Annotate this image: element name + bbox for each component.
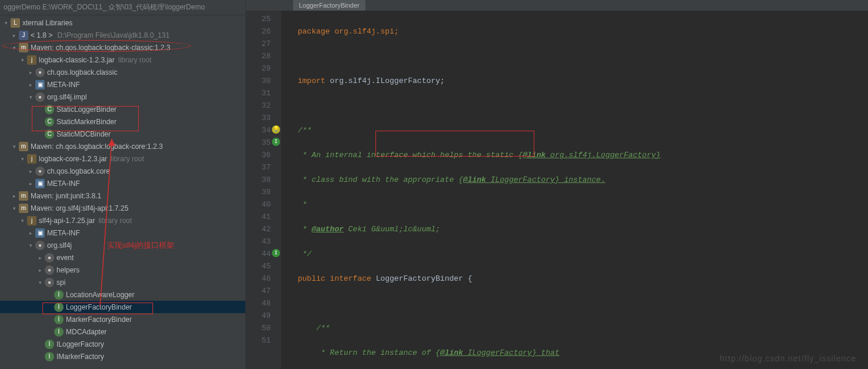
editor-tabbar[interactable]: LoggerFactoryBinder [246,0,868,11]
expand-icon[interactable]: ▸ [36,267,44,274]
library-icon: m [19,204,28,213]
node-label: Maven: ch.qos.logback:logback-core:1.2.3 [31,142,163,151]
class-icon: C [45,117,54,127]
maven-logback-classic-node[interactable]: ▾ m Maven: ch.qos.logback:logback-classi… [0,41,245,54]
expand-icon[interactable]: ▸ [11,192,18,200]
code-token: */ [298,250,311,258]
node-label: Maven: junit:junit:3.8.1 [31,192,101,200]
line-number-gutter: 2526272829 30313233 34💡 35I 363738394041… [246,11,281,369]
node-label: slf4j-api-1.7.25.jar [39,217,95,225]
breadcrumb-tab[interactable]: LoggerFactoryBinder [293,0,365,11]
package-icon: ● [45,253,54,262]
implemented-icon[interactable]: I [272,249,280,257]
interface-ilf-node[interactable]: ▸ I ILoggerFactory [0,338,245,350]
expand-icon[interactable]: ▸ [27,69,34,76]
expand-icon[interactable]: ▾ [11,44,18,51]
expand-icon[interactable]: ▾ [11,143,18,150]
metainf-core-node[interactable]: ▸ ▣ META-INF [0,177,245,190]
expand-icon[interactable]: ▾ [19,56,26,64]
library-icon: m [19,142,28,151]
expand-icon[interactable]: ▾ [19,155,26,162]
node-suffix: library root [111,155,144,163]
code-token: interface [330,274,376,283]
package-core-node[interactable]: ▸ ● ch.qos.logback.core [0,165,245,177]
code-token: * [298,200,307,209]
jdk-icon: J [19,31,28,40]
expand-icon[interactable]: ▾ [11,205,18,212]
expand-icon[interactable]: ▾ [27,94,34,101]
interface-lal-node[interactable]: ▸ I LocationAwareLogger [0,288,245,301]
code-token: * [298,225,311,234]
expand-icon[interactable]: ▾ [2,19,9,26]
project-tree-panel[interactable]: oggerDemo E:\WORK_DOC\11_ 众智\03_代码梳理\log… [0,0,246,369]
expand-icon[interactable]: ▸ [27,230,34,237]
code-token: LoggerFactoryBinder [376,274,468,283]
project-tree[interactable]: ▾ L xternal Libraries ▸ J < 1.8 > D:\Pro… [0,15,245,363]
class-node-smb[interactable]: ▸ C StaticMarkerBinder [0,115,245,128]
node-label: StaticMarkerBinder [56,118,117,126]
expand-icon[interactable]: ▸ [27,180,34,187]
package-helpers-node[interactable]: ▸ ● helpers [0,264,245,276]
node-suffix: library root [98,217,132,225]
jar-icon: j [27,55,36,65]
node-label: xternal Libraries [22,19,72,27]
jar-node[interactable]: ▾ j logback-classic-1.2.3.jar library ro… [0,54,245,66]
maven-logback-core-node[interactable]: ▾ m Maven: ch.qos.logback:logback-core:1… [0,140,245,152]
node-label: Maven: org.slf4j:slf4j-api:1.7.25 [31,204,128,212]
intention-bulb-icon[interactable]: 💡 [272,125,280,134]
interface-mdca-node[interactable]: ▸ I MDCAdapter [0,325,245,338]
interface-lfb-node[interactable]: ▸ I LoggerFactoryBinder [0,301,245,313]
expand-icon[interactable]: ▸ [27,168,34,175]
package-icon: ● [35,167,45,176]
code-content[interactable]: package org.slf4j.spi; import org.slf4j.… [281,11,868,369]
package-node[interactable]: ▸ ● ch.qos.logback.classic [0,66,245,78]
editor-panel[interactable]: LoggerFactoryBinder 2526272829 30313233 … [246,0,868,369]
class-node-smdcb[interactable]: ▸ C StaticMDCBinder [0,128,245,140]
expand-icon[interactable]: ▸ [27,81,34,88]
external-libraries-node[interactable]: ▾ L xternal Libraries [0,16,245,29]
class-node-slb[interactable]: ▸ C StaticLoggerBinder [0,103,245,115]
maven-slf4j-node[interactable]: ▾ m Maven: org.slf4j:slf4j-api:1.7.25 [0,202,245,214]
node-label: event [56,254,74,262]
jar-slf4j-node[interactable]: ▾ j slf4j-api-1.7.25.jar library root [0,214,245,227]
code-token: Ceki G&uuml;lc&uuml; [344,225,440,234]
code-token: @author [311,225,344,234]
expand-icon[interactable]: ▸ [11,32,18,39]
code-token: { [468,274,473,283]
folder-icon: ▣ [35,80,45,89]
code-area[interactable]: 2526272829 30313233 34💡 35I 363738394041… [246,11,868,369]
interface-icon: I [54,290,64,300]
metainf-slf4j-node[interactable]: ▸ ▣ META-INF [0,227,245,239]
code-token: @link [523,151,546,159]
code-token: * An internal interface which helps the … [298,151,523,159]
package-spi-node[interactable]: ▾ ● spi [0,276,245,288]
interface-mfb-node[interactable]: ▸ I MarkerFactoryBinder [0,313,245,325]
jar-icon: j [27,154,36,164]
expand-icon[interactable]: ▾ [27,242,34,249]
code-token: * Return the instance of { [298,348,440,357]
metainf-node[interactable]: ▸ ▣ META-INF [0,78,245,91]
package-event-node[interactable]: ▸ ● event [0,251,245,264]
node-label: META-INF [47,81,80,89]
expand-icon[interactable]: ▾ [36,279,44,286]
package-icon: ● [35,241,45,250]
implemented-icon[interactable]: I [272,138,280,146]
class-icon: C [45,105,54,114]
jar-icon: j [27,216,36,225]
code-token: ILoggerFactory} that [463,348,560,357]
node-label: ch.qos.logback.classic [47,68,117,77]
jar-node-core[interactable]: ▾ j logback-core-1.2.3.jar library root [0,152,245,165]
expand-icon[interactable]: ▾ [19,217,26,224]
node-suffix: library root [118,56,152,64]
jdk-node[interactable]: ▸ J < 1.8 > D:\Program Files\Java\jdk1.8… [0,29,245,41]
library-icon: L [11,18,20,28]
node-label: logback-core-1.2.3.jar [39,155,107,163]
node-label: ILoggerFactory [56,340,104,348]
code-line: package org.slf4j.spi; [298,27,399,36]
interface-imf-node[interactable]: ▸ I IMarkerFactory [0,350,245,363]
node-label: org.slf4j [47,241,72,250]
package-icon: ● [45,278,54,287]
maven-junit-node[interactable]: ▸ m Maven: junit:junit:3.8.1 [0,190,245,202]
package-impl-node[interactable]: ▾ ● org.slf4j.impl [0,91,245,103]
expand-icon[interactable]: ▸ [36,254,44,261]
